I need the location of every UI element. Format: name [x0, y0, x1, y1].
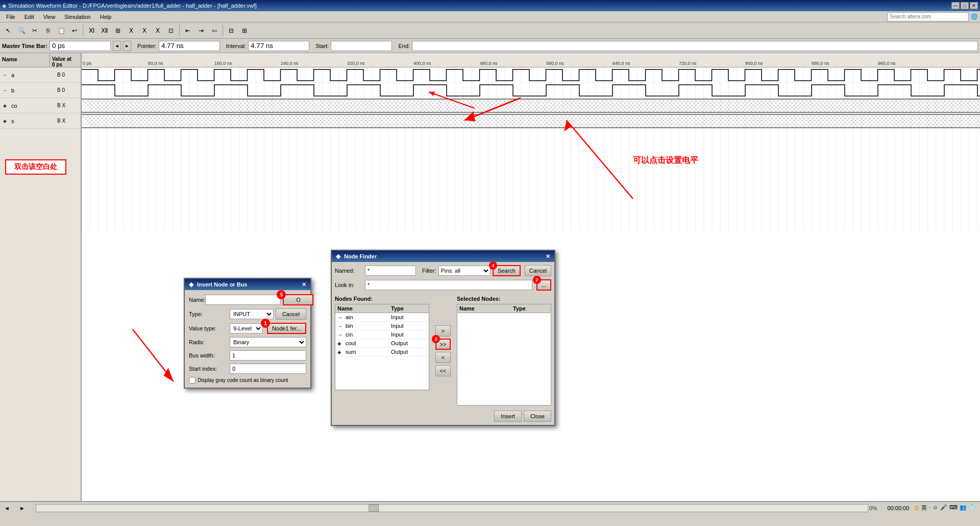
menu-file[interactable]: File: [2, 13, 19, 21]
annotation-double-click: 双击该空白处: [5, 159, 66, 175]
toolbar-btn-2[interactable]: Ⅻ: [99, 25, 111, 37]
dialog-ok-button[interactable]: O: [283, 294, 313, 305]
close-button[interactable]: ✕: [970, 2, 978, 9]
globe-icon: 🌐: [971, 13, 978, 20]
toolbar-btn-undo[interactable]: ↩: [68, 25, 81, 37]
interval-input[interactable]: [248, 41, 309, 51]
nf-selected-table-header: Name Type: [457, 304, 551, 313]
nf-lookin-input[interactable]: [365, 280, 532, 290]
master-time-input[interactable]: [50, 41, 111, 51]
nf-selected-col-name: Name: [459, 305, 513, 312]
dialog-row-startindex: Start index:: [189, 364, 306, 374]
waveform-canvas[interactable]: [82, 67, 980, 231]
pointer-input[interactable]: [159, 41, 220, 51]
menu-view[interactable]: View: [39, 13, 60, 21]
toolbar-btn-paste[interactable]: 📋: [55, 25, 67, 37]
time-nav-prev[interactable]: ◄: [113, 41, 121, 51]
end-input[interactable]: [412, 41, 978, 51]
dialog-radix-select[interactable]: Binary Hexadecimal Octal Decimal: [230, 337, 306, 347]
toolbar-btn-7[interactable]: ⊡: [165, 25, 177, 37]
dialog-name-input[interactable]: [205, 295, 281, 305]
node-finder-close[interactable]: ✕: [546, 253, 550, 260]
dialog-buswidth-input[interactable]: [230, 350, 306, 361]
timeline-marker-320: 320,0 ns: [347, 61, 365, 66]
toolbar-btn-wave-3[interactable]: ⇦: [208, 25, 220, 37]
nf-lookin-label: Look in:: [335, 282, 363, 288]
toolbar-sep-2: [179, 25, 180, 36]
signal-name-s: s: [9, 118, 55, 124]
menu-edit[interactable]: Edit: [20, 13, 38, 21]
nf-nodes-table-body[interactable]: → ain Input → bin Input → cin Input: [335, 313, 429, 390]
nf-node-sum-type: Output: [391, 349, 427, 355]
toolbar-btn-grid-1[interactable]: ⊟: [225, 25, 237, 37]
toolbar-btn-cut[interactable]: ✂: [29, 25, 41, 37]
nf-node-cout[interactable]: ◈ cout Output: [335, 339, 429, 348]
menu-simulation[interactable]: Simulation: [60, 13, 94, 21]
toolbar-btn-wave-2[interactable]: ⇥: [195, 25, 207, 37]
dialog-row-name: Name: O 5: [189, 294, 306, 305]
title-bar-controls[interactable]: — □ ✕: [951, 2, 978, 9]
nf-arrow-left-all[interactable]: <<: [435, 365, 451, 376]
waveform-rows[interactable]: [82, 67, 980, 231]
nf-node-bin[interactable]: → bin Input: [335, 322, 429, 330]
nf-close-button[interactable]: Close: [524, 411, 551, 422]
toolbar-btn-copy[interactable]: ⎘: [42, 25, 54, 37]
nf-named-input[interactable]: [365, 266, 416, 276]
status-scroll-left[interactable]: ◄: [4, 505, 19, 511]
taskbar-icon-s: S: [914, 504, 919, 512]
signal-row-co[interactable]: ◈ co B X: [0, 98, 81, 113]
toolbar-btn-3[interactable]: ⊞: [112, 25, 124, 37]
taskbar-icon-lang: 英: [921, 504, 927, 512]
dialog-startindex-input[interactable]: [230, 364, 306, 374]
nf-footer: Insert Close: [332, 408, 554, 425]
nf-selected-table-body[interactable]: [457, 313, 551, 405]
title-bar-text: Simulation Waveform Editor - D:/FPGA/ver…: [8, 3, 257, 9]
toolbar-btn-wave-1[interactable]: ⇤: [182, 25, 194, 37]
nf-node-cout-type: Output: [391, 340, 427, 346]
toolbar-btn-6[interactable]: Ⅹ: [152, 25, 164, 37]
toolbar-btn-1[interactable]: Ⅺ: [85, 25, 97, 37]
dialog-insert-close[interactable]: ✕: [302, 281, 306, 288]
nf-filter-select[interactable]: Pins: all Pins: input Pins: output Regis…: [438, 266, 491, 276]
timeline-marker-800: 800,0 ns: [745, 61, 763, 66]
nf-node-cin[interactable]: → cin Input: [335, 330, 429, 339]
nf-node-ain[interactable]: → ain Input: [335, 313, 429, 322]
dialog-checkbox-graycode[interactable]: [189, 377, 195, 384]
toolbar-btn-4[interactable]: Ⅹ: [125, 25, 137, 37]
dialog-checkbox-row: Display gray code count as binary count: [189, 377, 306, 384]
signal-list-empty[interactable]: 双击该空白处: [0, 129, 81, 501]
signal-row-b[interactable]: → b B 0: [0, 83, 81, 98]
nf-nodes-found-panel: Nodes Found: Name Type → ain Input →: [335, 296, 429, 405]
start-input[interactable]: [331, 41, 392, 51]
horizontal-scrollbar[interactable]: [36, 504, 868, 512]
nf-cancel-button[interactable]: Cancel: [525, 265, 551, 276]
toolbar-btn-grid-2[interactable]: ⊞: [238, 25, 251, 37]
dialog-valuetype-select[interactable]: 9-Level 4-Level Binary: [230, 323, 263, 333]
dialog-type-select[interactable]: INPUT OUTPUT BIDIR: [230, 309, 274, 319]
nf-node-cout-name: cout: [346, 340, 391, 346]
timeline-marker-720: 720,0 ns: [679, 61, 697, 66]
signal-row-a[interactable]: → a B 0: [0, 67, 81, 83]
master-time-label: Master Time Bar:: [2, 43, 47, 49]
nf-arrow-right[interactable]: >: [435, 325, 451, 337]
scrollbar-thumb[interactable]: [369, 505, 379, 512]
status-scroll-right[interactable]: ►: [19, 505, 35, 511]
time-nav-next[interactable]: ►: [123, 41, 131, 51]
dialog-buswidth-label: Bus width:: [189, 352, 230, 358]
nf-insert-button[interactable]: Insert: [494, 411, 522, 422]
toolbar-btn-zoom-in[interactable]: 🔍: [15, 25, 28, 37]
dialog-nodefinder-button[interactable]: Node1 fer...: [267, 323, 306, 334]
signal-row-s[interactable]: ◈ s B X: [0, 113, 81, 129]
nf-node-cout-icon: ◈: [337, 341, 346, 346]
nf-arrow-left[interactable]: <: [435, 352, 451, 363]
toolbar-btn-5[interactable]: Ⅹ: [138, 25, 151, 37]
toolbar-btn-select[interactable]: ↖: [2, 25, 14, 37]
search-input[interactable]: [887, 12, 969, 21]
title-bar-left: ◈ Simulation Waveform Editor - D:/FPGA/v…: [2, 3, 257, 9]
nf-node-sum[interactable]: ◈ sum Output: [335, 348, 429, 356]
menu-help[interactable]: Help: [96, 13, 116, 21]
maximize-button[interactable]: □: [961, 2, 969, 9]
signal-name-a: a: [9, 72, 55, 78]
dialog-cancel-button[interactable]: Cancel: [276, 308, 306, 320]
minimize-button[interactable]: —: [951, 2, 960, 9]
